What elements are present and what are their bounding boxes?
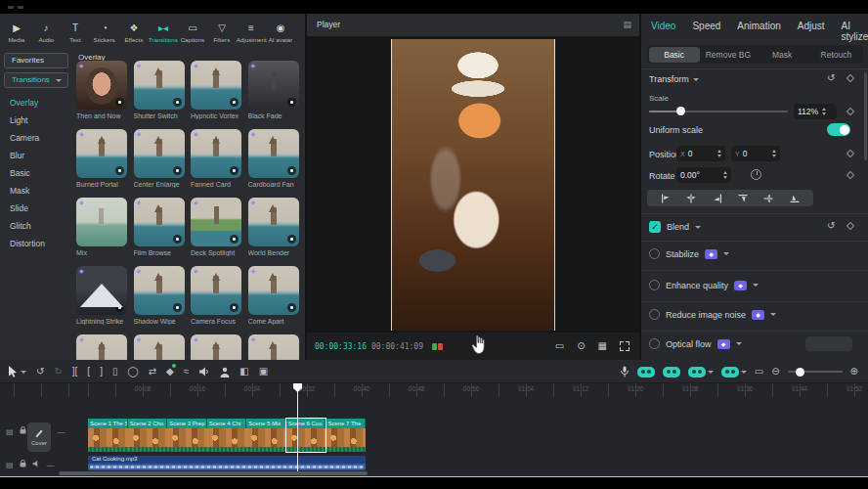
blend-section[interactable]: ✓ Blend [649, 221, 701, 233]
toolbar-audio[interactable]: ♪Audio [31, 16, 61, 49]
sidebar-item-camera[interactable]: Camera [10, 131, 39, 145]
scale-keyframe-icon[interactable] [846, 108, 854, 115]
undo-icon[interactable]: ↺ [36, 366, 44, 378]
preview-quality-indicator[interactable] [432, 343, 443, 350]
lock-icon[interactable] [20, 426, 26, 436]
sidebar-item-overlay[interactable]: Overlay [10, 96, 38, 110]
monitor-icon[interactable]: ▭ [755, 366, 763, 378]
toolbar-stickers[interactable]: ◔Stickers [90, 16, 119, 49]
enhance-quality-row[interactable]: Enhance quality ◆ [649, 280, 759, 290]
delete-icon[interactable]: ◯ [127, 366, 138, 378]
playhead[interactable] [297, 383, 298, 471]
transition-item[interactable]: ◆Black Fade [248, 61, 299, 129]
transform-section[interactable]: Transform [649, 74, 699, 84]
sidebar-item-distortion[interactable]: Distortion [10, 237, 45, 250]
rotate-keyframe-icon[interactable] [846, 171, 854, 179]
subtab-basic[interactable]: Basic [649, 47, 700, 63]
clip-scene-3[interactable]: Scene 3 Prep [167, 419, 207, 452]
fit-screen-icon[interactable]: ⊙ [577, 341, 585, 351]
transition-item[interactable]: ◆Come Apart [248, 266, 299, 334]
sidebar-item-light[interactable]: Light [10, 113, 27, 127]
transition-item[interactable]: ◆World Bender [248, 198, 299, 266]
track-order-icon[interactable]: ▤ [6, 427, 14, 436]
sidebar-item-mask[interactable]: Mask [10, 184, 29, 198]
align-middle-vertical-icon[interactable] [763, 194, 773, 203]
redo-icon[interactable]: ↻ [54, 366, 62, 378]
transition-item[interactable]: ◆Shutter Switch [134, 61, 185, 129]
uniform-scale-toggle[interactable] [827, 123, 850, 136]
mic-icon[interactable] [620, 366, 629, 378]
tab-speed[interactable]: Speed [692, 21, 720, 42]
scale-slider[interactable] [649, 111, 788, 112]
toolbar-ai-avatar[interactable]: ◉AI avatar [266, 16, 295, 49]
sidebar-item-basic[interactable]: Basic [10, 166, 30, 180]
zoom-slider-knob[interactable] [796, 368, 804, 377]
subtab-retouch[interactable]: Retouch [810, 47, 861, 63]
rotate-value-field[interactable]: 0.00° [676, 167, 731, 183]
transition-item[interactable]: ◆Film Browse [134, 198, 185, 266]
tab-adjust[interactable]: Adjust [798, 21, 825, 42]
transition-item[interactable]: ◆Mix [76, 198, 127, 266]
scale-stepper[interactable] [822, 108, 826, 115]
transition-item[interactable]: ◆Cardboard Fan [248, 129, 299, 198]
video-preview[interactable] [391, 39, 555, 331]
reset-transform-icon[interactable]: ↺ [827, 73, 835, 83]
link-toggle[interactable] [688, 367, 706, 378]
track-order-icon[interactable]: ▤ [6, 461, 14, 469]
blend-checkbox[interactable]: ✓ [649, 221, 661, 233]
freeze-frame-icon[interactable]: ▯ [112, 366, 118, 378]
rotate-knob-icon[interactable] [751, 169, 761, 180]
mirror-icon[interactable]: ⇄ [149, 366, 156, 378]
clip-scene-6-selected[interactable]: Scene 6 Coo [286, 419, 326, 452]
fullscreen-icon[interactable] [620, 341, 629, 351]
align-right-icon[interactable] [713, 194, 722, 203]
toolbar-captions[interactable]: ▭Captions [178, 16, 207, 49]
transition-item[interactable]: ◆Fanned Card [191, 129, 241, 198]
cover-button[interactable]: Cover [27, 422, 51, 452]
sidebar-item-glitch[interactable]: Glitch [10, 219, 31, 233]
timeline-scrollbar[interactable] [59, 471, 368, 475]
toolbar-text[interactable]: TText [61, 16, 90, 49]
position-keyframe-icon[interactable] [846, 150, 854, 157]
position-x-field[interactable]: X 0 [676, 146, 725, 161]
category-dropdown[interactable]: Transitions [4, 72, 68, 88]
timeline-zoom-slider[interactable] [788, 371, 843, 373]
timeline-ruler[interactable]: 00:08 00:16 00:24 00:32 00:40 00:48 00:5… [0, 383, 868, 397]
blend-keyframe-icon[interactable] [846, 222, 854, 230]
inspector-scrollbar[interactable] [864, 72, 867, 160]
ratio-icon[interactable]: ▭ [555, 341, 564, 351]
lock-icon[interactable] [20, 460, 26, 469]
stabilize-checkbox[interactable] [649, 248, 660, 259]
stabilize-row[interactable]: Stabilize ◆ [649, 248, 729, 259]
preview-toggle[interactable] [721, 367, 739, 378]
sidebar-item-blur[interactable]: Blur [10, 149, 24, 162]
transform-keyframe-icon[interactable] [846, 74, 854, 82]
toolbar-transitions[interactable]: ▸◂Transitions [149, 16, 178, 49]
favorites-button[interactable]: Favorites [4, 53, 68, 68]
toolbar-filters[interactable]: ▽Filters [207, 16, 237, 49]
mask-tool-icon[interactable]: ◧ [239, 366, 248, 378]
select-tool-icon[interactable] [8, 366, 26, 378]
quality-icon[interactable]: ▦ [598, 341, 607, 351]
rotate-stepper[interactable] [723, 171, 727, 179]
clip-scene-2[interactable]: Scene 2 Cho [128, 419, 168, 452]
tab-animation[interactable]: Animation [737, 21, 780, 42]
record-icon[interactable]: ▣ [259, 366, 268, 378]
align-center-horizontal-icon[interactable] [686, 194, 696, 203]
toolbar-adjustment[interactable]: ≡Adjustment [237, 16, 266, 49]
scale-slider-knob[interactable] [676, 107, 685, 115]
zoom-out-icon[interactable]: ⊖ [771, 366, 779, 378]
optical-flow-row[interactable]: Optical flow ◆ [649, 338, 742, 349]
transition-item-partial[interactable]: ◆ [191, 334, 241, 360]
toolbar-effects[interactable]: ❖Effects [119, 16, 149, 49]
collapse-track-icon[interactable]: — [47, 461, 55, 469]
clip-scene-7[interactable]: Scene 7 The [326, 419, 366, 452]
snap-toggle[interactable] [663, 367, 680, 378]
trim-left-icon[interactable]: [ [87, 366, 90, 378]
transition-item[interactable]: ◆Hypnotic Vortex [191, 61, 241, 129]
optical-flow-mode-button[interactable] [805, 336, 852, 351]
transition-item[interactable]: ◆Then and Now [76, 61, 127, 129]
magnet-toggle[interactable] [637, 367, 655, 378]
smart-edit-icon[interactable]: ◆ [166, 366, 174, 378]
reduce-noise-row[interactable]: Reduce image noise ◆ [649, 309, 776, 320]
